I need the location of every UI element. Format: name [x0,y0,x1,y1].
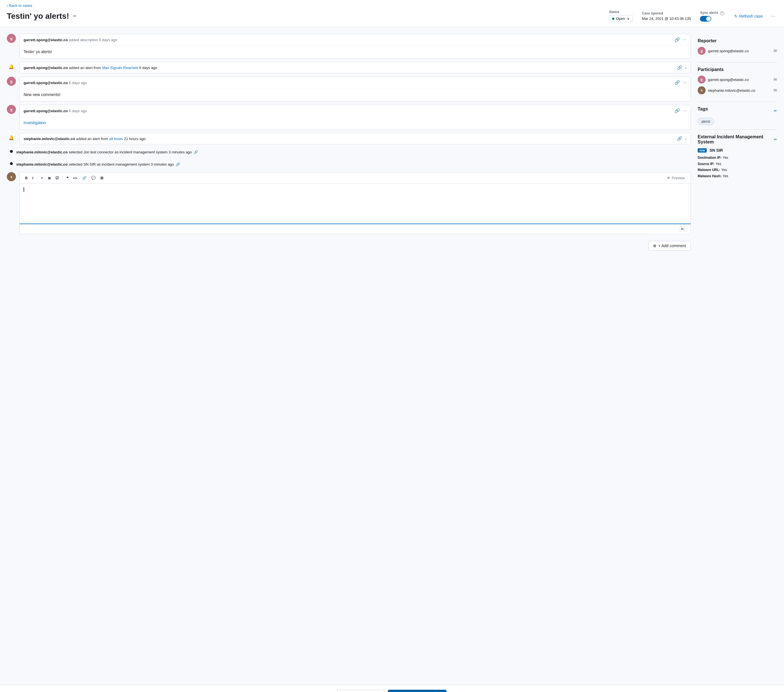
sync-alerts-label: Sync alerts [700,11,718,15]
preview-button[interactable]: 👁 Preview [664,175,687,181]
alert-action-text: added an alert from [76,137,108,141]
reporter-mail-icon[interactable]: ✉ [774,48,777,53]
ims-detail-row: Malware URL: Yes [698,167,777,173]
comment-actions: 🔗 ··· [674,108,687,113]
status-dot [612,18,614,20]
editor-body[interactable] [20,184,690,224]
reporter-avatar: g [698,47,706,55]
editor-cursor [23,187,24,192]
timeline-item: stephanie.milovic@elastic.co selected Jo… [7,148,691,157]
avatar: g [7,34,16,43]
tag-chip[interactable]: alertz [698,118,714,125]
link-icon[interactable]: 🔗 [176,162,180,166]
more-icon[interactable]: ··· [683,108,687,113]
bold-button[interactable]: B [23,175,30,181]
participant-mail-icon[interactable]: ✉ [774,77,777,82]
comment-body: New new comments! [20,88,690,101]
ims-header: External Incident Management System ✏ [698,134,777,145]
sync-info-icon[interactable]: ? [720,12,724,15]
push-to-sir-button[interactable]: ⬆ Push as SN SIR incident [388,690,446,692]
ims-detail-row: Malware Hash: Yes [698,173,777,180]
ims-detail-value: Yes [716,161,721,167]
bell-icon: 🔔 [7,133,16,142]
link-icon[interactable]: 🔗 [677,136,682,141]
ims-title: External Incident Management System [698,134,774,145]
case-opened-group: Case opened Mar 24, 2021 @ 10:43:36.135 [642,12,691,21]
quote-button[interactable]: ❝ [64,175,71,181]
table-button[interactable]: ⊞ [98,175,105,181]
reporter-title: Reporter [698,38,777,43]
alert-row-actions: 🔗 › [677,136,687,141]
edit-tags-button[interactable]: ✏ [774,109,777,113]
edit-ims-button[interactable]: ✏ [774,137,777,142]
activity-dot [10,150,13,153]
status-badge[interactable]: Open ∨ [609,15,633,22]
italic-button[interactable]: I [30,175,35,181]
back-to-cases-link[interactable]: ‹ Back to cases [7,3,777,8]
status-label: Status [609,10,619,14]
case-title-area: Testin' yo alerts! ✏ [7,12,78,21]
comment-actions: 🔗 ··· [674,80,687,85]
ims-detail-value: Yes [723,155,728,161]
link-icon[interactable]: 🔗 [674,37,680,42]
participant-mail-icon[interactable]: ✉ [774,88,777,93]
code-button[interactable]: </> [71,175,79,181]
case-title: Testin' yo alerts! [7,12,69,21]
more-icon[interactable]: ··· [683,37,687,42]
header-right-actions: ↻ Refresh case ··· [733,12,777,20]
alert-source-link[interactable]: Max Signals Reached [102,66,138,70]
reporter-person-left: g garrett.spong@elastic.co [698,47,749,55]
bottom-actions: 📋 Mark in progress ⬆ Push as SN SIR inci… [0,685,784,692]
ims-detail-label: Destination IP: [698,155,721,161]
participant-item: s stephanie.milovic@elastic.co ✉ [698,86,777,94]
sync-alerts-toggle[interactable] [700,16,711,21]
link-icon[interactable]: 🔗 [193,150,198,154]
header-meta: Status Open ∨ Case opened Mar 24, 2021 @… [609,10,777,22]
tags-section: Tags ✏ alertz [698,102,777,130]
edit-title-button[interactable]: ✏ [72,12,78,20]
status-value: Open [616,16,625,21]
timeline-item: g garrett.spong@elastic.co 6 days ago 🔗 … [7,105,691,130]
markdown-badge: M↓ [679,226,687,232]
comment-header: garrett.spong@elastic.co 6 days ago 🔗 ··… [20,105,690,117]
tags-header: Tags ✏ [698,107,777,115]
alert-row-left: stephanie.milovic@elastic.co added an al… [23,137,145,141]
comment-meta: 6 days ago [69,109,87,113]
comment-body: Investigation [20,117,690,129]
header-more-button[interactable]: ··· [768,12,777,20]
participant-email: garrett.spong@elastic.co [708,77,749,82]
add-comment-button[interactable]: ⊕ + Add comment [648,241,691,250]
ims-detail-label: Source IP: [698,161,715,167]
more-icon[interactable]: ··· [683,80,687,85]
ims-detail-row: Destination IP: Yes [698,155,777,161]
unordered-list-button[interactable]: ≡ [39,175,45,181]
link-icon[interactable]: 🔗 [674,108,680,113]
editor-footer: M↓ [20,224,690,234]
mark-in-progress-button[interactable]: 📋 Mark in progress [338,690,384,692]
comment-meta: added description 6 days ago [69,38,117,42]
add-comment-label: + Add comment [658,244,686,248]
comment-author: garrett.spong@elastic.co [23,81,68,85]
expand-icon[interactable]: › [685,136,687,141]
expand-icon[interactable]: › [685,65,687,70]
task-list-button[interactable]: ☑ [53,175,61,181]
chevron-down-icon: ∨ [627,16,630,21]
timeline-item: stephanie.milovic@elastic.co selected SN… [7,160,691,169]
alert-source-link[interactable]: all hosts [109,137,123,141]
alert-row-left: garrett.spong@elastic.co added an alert … [23,66,157,70]
reporter-section: Reporter g garrett.spong@elastic.co ✉ [698,34,777,63]
comment-card: garrett.spong@elastic.co added descripti… [19,34,691,59]
comment-button[interactable]: 💬 [89,175,98,181]
timeline-item: g garrett.spong@elastic.co added descrip… [7,34,691,59]
ims-detail-value: Yes [723,173,728,180]
participant-item: g garrett.spong@elastic.co ✉ [698,76,777,84]
preview-label: Preview [672,176,685,180]
alert-row: garrett.spong@elastic.co added an alert … [19,62,691,73]
ordered-list-button[interactable]: ≣ [46,175,53,181]
link-icon[interactable]: 🔗 [674,80,680,85]
refresh-case-button[interactable]: ↻ Refresh case [733,13,764,20]
link-button[interactable]: 🔗 [80,175,89,181]
status-group: Status Open ∨ [609,10,633,22]
investigation-link[interactable]: Investigation [23,120,46,125]
link-icon[interactable]: 🔗 [677,65,682,70]
